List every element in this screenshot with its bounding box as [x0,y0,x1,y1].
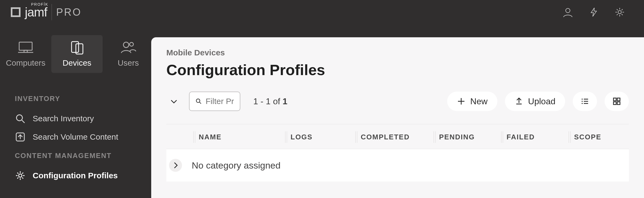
sidebar-heading-content: CONTENT MANAGEMENT [15,152,138,160]
sidebar-item-search-inventory[interactable]: Search Inventory [15,109,138,128]
gear-profile-icon [15,170,26,181]
col-pending[interactable]: PENDING [439,133,507,141]
topbar-actions [562,7,633,18]
gear-icon[interactable] [614,7,625,18]
computer-icon [18,41,34,55]
grid-view-button[interactable] [605,92,629,111]
svg-rect-16 [613,102,616,105]
plus-icon [457,97,466,106]
new-button[interactable]: New [447,92,497,111]
sidebar: INVENTORY Search Inventory Search Volume… [0,78,151,198]
sidebar-item-label: Configuration Profiles [33,171,118,180]
group-row-no-category[interactable]: No category assigned [166,149,629,182]
search-icon [195,97,202,106]
table-header: NAME LOGS COMPLETED PENDING FAILED SCOPE [166,124,629,149]
upload-icon [515,97,523,106]
app-icon [15,132,26,142]
brand-top-label: PROFÍK [31,2,48,6]
brand-block[interactable]: jamf PRO [11,4,82,20]
list-view-button[interactable] [573,92,597,111]
expand-row-button[interactable] [169,159,182,172]
col-completed[interactable]: COMPLETED [361,133,439,141]
col-name[interactable]: NAME [199,133,291,141]
svg-point-1 [618,11,621,14]
filter-input[interactable] [206,97,234,106]
account-icon[interactable] [562,7,573,18]
new-button-label: New [470,96,488,106]
brand-suffix: PRO [56,6,82,18]
range-total: 1 [283,96,288,106]
svg-rect-17 [617,102,620,105]
nav-devices[interactable]: Devices [51,35,103,73]
sidebar-item-label: Search Volume Content [33,132,118,142]
brand-word: jamf [25,5,47,19]
nav-devices-label: Devices [63,58,92,68]
collapse-all-button[interactable] [166,94,181,109]
nav-computers-label: Computers [6,58,46,68]
lightning-icon[interactable] [588,7,599,18]
svg-rect-14 [613,98,616,101]
nav-computers[interactable]: Computers [0,35,51,73]
svg-point-10 [196,99,200,102]
col-scope[interactable]: SCOPE [574,133,639,141]
toolbar: 1 - 1 of 1 New Upload [166,92,629,111]
result-range: 1 - 1 of 1 [253,96,287,106]
sidebar-item-search-volume[interactable]: Search Volume Content [15,128,138,146]
svg-point-7 [16,115,22,121]
chevron-down-icon [170,97,178,106]
svg-point-11 [582,99,583,100]
svg-point-12 [582,101,583,102]
group-row-label: No category assigned [192,160,281,171]
brand-divider [52,4,52,20]
sidebar-item-config-profiles[interactable]: Configuration Profiles [15,166,138,185]
devices-icon [69,41,85,55]
grid-icon [612,97,621,106]
svg-point-6 [130,42,133,46]
topbar: PROFÍK jamf PRO [0,0,644,24]
primary-nav: Computers Devices Users [0,24,644,78]
brand-mark-icon [11,7,21,17]
svg-point-9 [19,174,22,177]
nav-users[interactable]: Users [103,35,154,73]
chevron-right-icon [171,161,180,170]
range-prefix: 1 - 1 of [253,96,283,106]
upload-button[interactable]: Upload [505,92,565,111]
nav-users-label: Users [118,58,139,68]
list-icon [581,97,589,106]
filter-box[interactable] [189,92,240,111]
sidebar-heading-inventory: INVENTORY [15,95,138,103]
svg-point-0 [566,8,570,13]
sidebar-item-label: Search Inventory [33,114,94,123]
svg-point-13 [582,103,583,104]
svg-rect-3 [72,42,79,52]
col-logs[interactable]: LOGS [291,133,361,141]
svg-point-5 [123,42,129,48]
users-icon [120,41,136,55]
svg-rect-15 [617,98,620,101]
upload-button-label: Upload [528,96,555,106]
search-icon [15,113,26,124]
svg-rect-2 [19,42,32,50]
col-failed[interactable]: FAILED [507,133,574,141]
